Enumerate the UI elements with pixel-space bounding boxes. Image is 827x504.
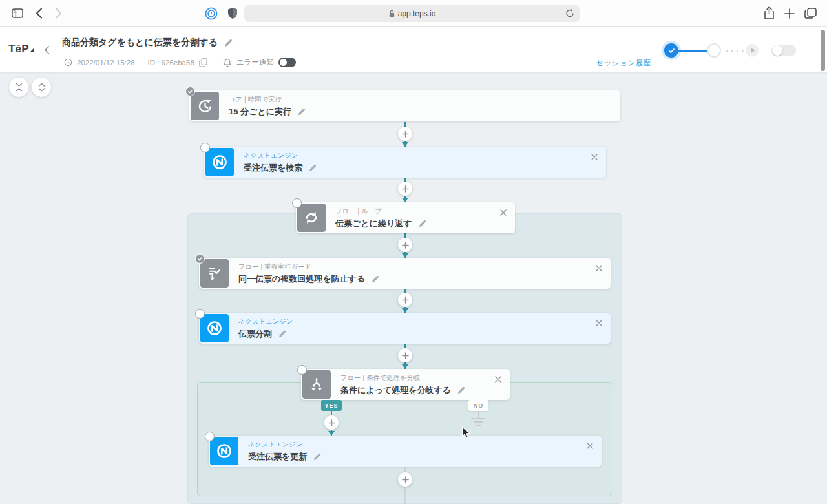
close-icon[interactable] xyxy=(585,441,594,450)
add-step-button[interactable] xyxy=(324,415,339,430)
copy-icon[interactable] xyxy=(199,58,207,67)
mouse-cursor xyxy=(461,426,471,443)
privacy-shield-icon[interactable] xyxy=(227,7,238,19)
add-step-button[interactable] xyxy=(398,127,412,141)
browser-toolbar: app.teps.io xyxy=(0,0,827,27)
flow-id: ID : 626eba58 xyxy=(148,59,194,67)
nextengine-icon xyxy=(205,148,234,176)
node-title: 伝票ごとに繰り返す xyxy=(335,218,412,229)
flow-timestamp: 2022/01/12 15:28 xyxy=(77,59,135,67)
add-step-button[interactable] xyxy=(398,293,412,307)
collapse-icon xyxy=(16,83,23,92)
collapse-all-button[interactable] xyxy=(9,78,28,97)
node-category: ネクストエンジン xyxy=(248,440,602,449)
add-step-button[interactable] xyxy=(398,348,412,362)
step-connector xyxy=(678,50,707,52)
node-category: フロー | 重複実行ガード xyxy=(238,262,611,271)
app-header: TēP 商品分類タグをもとに伝票を分割する 2022/01/12 15:28 I… xyxy=(0,27,827,72)
node-title: 15 分ごとに実行 xyxy=(229,106,291,118)
step-pending xyxy=(707,43,721,58)
edit-node-icon[interactable] xyxy=(419,220,426,227)
edit-node-icon[interactable] xyxy=(309,164,317,172)
node-title: 受注伝票を更新 xyxy=(248,451,307,463)
no-branch-terminator xyxy=(478,411,479,418)
error-notify-toggle[interactable] xyxy=(278,58,296,67)
node-empty-badge xyxy=(292,198,302,208)
node-empty-badge xyxy=(205,432,215,441)
tab-overview-icon[interactable] xyxy=(804,8,817,19)
node-category: フロー | ループ xyxy=(335,207,515,216)
clock-icon xyxy=(64,58,72,67)
node-title: 条件によって処理を分岐する xyxy=(340,384,451,396)
close-icon[interactable] xyxy=(590,152,599,162)
node-empty-badge xyxy=(297,365,307,375)
schedule-icon xyxy=(191,92,219,120)
flow-back-button[interactable] xyxy=(40,41,53,58)
onepassword-icon[interactable] xyxy=(205,7,218,20)
reload-icon[interactable] xyxy=(565,8,574,20)
share-icon[interactable] xyxy=(764,6,775,20)
flow-node-loop[interactable]: フロー | ループ 伝票ごとに繰り返す xyxy=(296,202,515,233)
error-notify-label: エラー通知 xyxy=(236,58,274,67)
step-dotted-connector xyxy=(726,50,744,52)
edit-node-icon[interactable] xyxy=(278,330,286,338)
url-bar[interactable]: app.teps.io xyxy=(244,5,580,22)
node-empty-badge xyxy=(200,143,210,152)
node-title: 同一伝票の複数回処理を防止する xyxy=(238,273,365,285)
terminator-line xyxy=(476,425,481,426)
yes-branch-label: YES xyxy=(321,400,342,411)
node-category: ネクストエンジン xyxy=(244,151,606,160)
node-check-badge xyxy=(185,87,195,96)
node-category: コア | 時間で実行 xyxy=(229,95,620,104)
expand-icon xyxy=(38,83,45,92)
edit-node-icon[interactable] xyxy=(298,108,306,116)
step-complete-icon xyxy=(664,43,678,58)
divider xyxy=(36,35,36,65)
node-check-badge xyxy=(195,254,205,264)
duplicate-guard-icon xyxy=(200,259,229,288)
app-logo: TēP xyxy=(8,43,34,56)
bell-icon xyxy=(223,58,232,67)
page-scrollbar[interactable] xyxy=(821,30,825,71)
node-category: フロー | 条件で処理を分岐 xyxy=(340,373,510,383)
add-step-button[interactable] xyxy=(398,238,412,252)
flow-node-schedule-trigger[interactable]: コア | 時間で実行 15 分ごとに実行 xyxy=(189,90,620,121)
node-category: ネクストエンジン xyxy=(238,317,611,326)
flow-node-branch-condition[interactable]: フロー | 条件で処理を分岐 条件によって処理を分岐する xyxy=(301,369,510,400)
flow-node-update-order[interactable]: ネクストエンジン 受注伝票を更新 xyxy=(209,436,602,467)
forward-icon[interactable] xyxy=(55,8,62,19)
autorun-toggle[interactable] xyxy=(771,45,796,56)
terminator-line xyxy=(471,418,485,419)
add-step-button[interactable] xyxy=(398,472,412,487)
edit-node-icon[interactable] xyxy=(372,275,379,283)
edit-node-icon[interactable] xyxy=(457,386,465,394)
node-title: 伝票分割 xyxy=(238,328,272,340)
flow-node-search-orders[interactable]: ネクストエンジン 受注伝票を検索 xyxy=(204,147,606,178)
flow-node-duplicate-guard[interactable]: フロー | 重複実行ガード 同一伝票の複数回処理を防止する xyxy=(199,258,611,289)
divider xyxy=(660,36,660,65)
sidebar-icon[interactable] xyxy=(12,8,23,18)
flow-title: 商品分類タグをもとに伝票を分割する xyxy=(62,37,218,48)
node-title: 受注伝票を検索 xyxy=(244,162,302,174)
session-history-link[interactable]: セッション履歴 xyxy=(596,58,651,68)
close-icon[interactable] xyxy=(499,208,508,217)
url-text: app.teps.io xyxy=(398,9,436,18)
back-icon[interactable] xyxy=(36,8,43,19)
lock-icon xyxy=(389,10,395,17)
loop-icon xyxy=(297,204,326,232)
run-play-button[interactable] xyxy=(746,44,759,57)
add-step-button[interactable] xyxy=(398,182,412,196)
flow-node-split-order[interactable]: ネクストエンジン 伝票分割 xyxy=(199,313,611,344)
new-tab-icon[interactable] xyxy=(784,8,795,19)
edit-node-icon[interactable] xyxy=(313,453,321,461)
close-icon[interactable] xyxy=(494,375,503,384)
edit-title-icon[interactable] xyxy=(224,39,233,47)
close-icon[interactable] xyxy=(594,319,603,328)
close-icon[interactable] xyxy=(594,264,603,273)
nextengine-icon xyxy=(210,437,238,465)
expand-all-button[interactable] xyxy=(32,78,51,97)
no-branch-label: NO xyxy=(468,400,488,411)
run-stepper xyxy=(664,40,802,61)
branch-icon xyxy=(302,370,331,399)
nextengine-icon xyxy=(200,314,229,342)
